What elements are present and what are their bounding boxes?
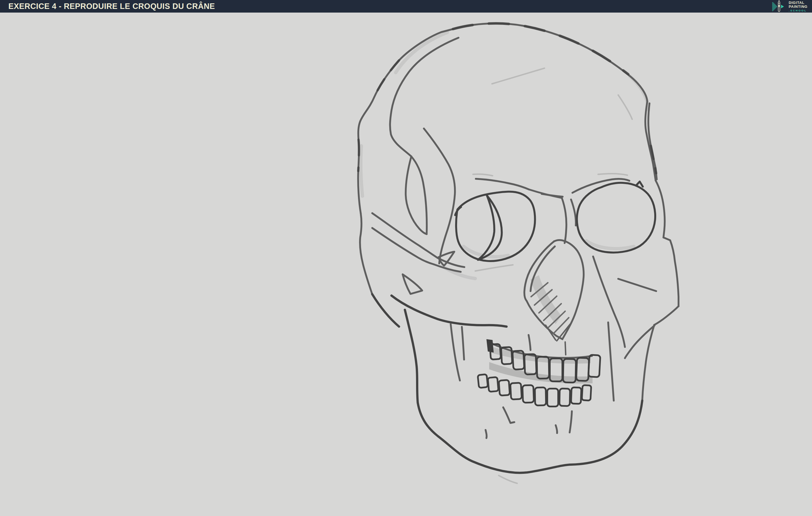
dps-logo: DIGITAL PAINTING .SCHOOL	[772, 0, 808, 13]
stylus-logo-icon	[772, 0, 787, 13]
skull-sketch	[0, 12, 812, 516]
app-window: EXERCICE 4 - REPRODUIRE LE CROQUIS DU CR…	[0, 0, 812, 516]
mandible-outline	[372, 294, 642, 473]
skull-under-sketch	[361, 32, 648, 278]
title-bar: EXERCICE 4 - REPRODUIRE LE CROQUIS DU CR…	[0, 0, 812, 12]
logo-line-painting: PAINTING	[788, 5, 808, 8]
cheek-accent-left	[475, 265, 513, 271]
drawing-canvas[interactable]	[0, 12, 812, 516]
skull-outline-accents	[358, 24, 656, 173]
skull-outline	[358, 24, 678, 401]
exercise-title: EXERCICE 4 - REPRODUIRE LE CROQUIS DU CR…	[8, 2, 215, 11]
cheekbone-right	[593, 256, 656, 401]
logo-line-school: .SCHOOL	[788, 9, 808, 12]
nasal-aperture	[524, 240, 584, 339]
brow-ridges	[473, 68, 632, 243]
dps-logo-text: DIGITAL PAINTING .SCHOOL	[788, 1, 808, 12]
temporal-lines	[372, 38, 464, 381]
logo-line-digital: DIGITAL	[788, 1, 808, 4]
